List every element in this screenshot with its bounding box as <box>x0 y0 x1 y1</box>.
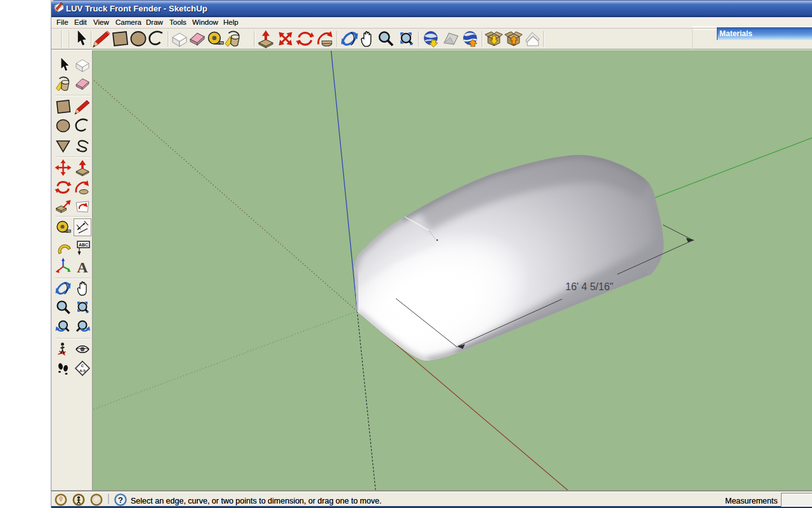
svg-text:?: ? <box>118 495 123 505</box>
svg-text:16' 4 5/16": 16' 4 5/16" <box>565 281 613 292</box>
svg-text:A: A <box>77 259 88 276</box>
svg-text:ABC: ABC <box>79 243 88 247</box>
svg-text:A-5: A-5 <box>79 369 86 373</box>
svg-text:C: C <box>81 364 84 368</box>
